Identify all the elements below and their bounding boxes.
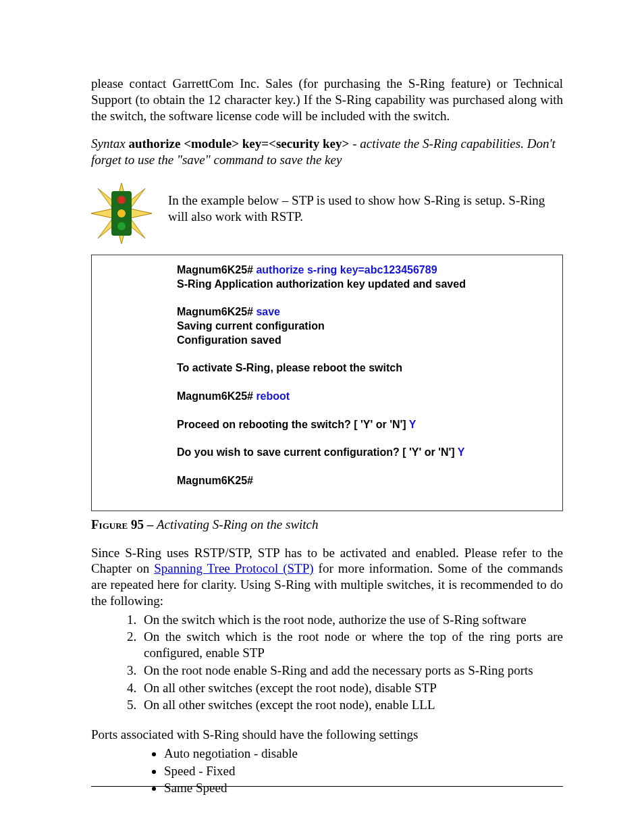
term-cmd-authorize: authorize s-ring key=abc123456789 xyxy=(256,264,437,276)
example-row: In the example below – STP is used to sh… xyxy=(91,183,563,244)
settings-list: Auto negotiation - disable Speed - Fixed… xyxy=(91,746,563,796)
document-page: please contact GarrettCom Inc. Sales (fo… xyxy=(0,0,644,834)
syntax-label: Syntax xyxy=(91,136,128,151)
figure-label: Figure 95 – xyxy=(91,517,157,531)
term-prompt: Magnum6K25# xyxy=(177,390,256,402)
terminal-output: Magnum6K25# authorize s-ring key=abc1234… xyxy=(91,255,563,511)
example-note: In the example below – STP is used to sh… xyxy=(168,183,563,225)
term-prompt-question: Proceed on rebooting the switch? [ 'Y' o… xyxy=(177,419,409,430)
term-response: Saving current configuration xyxy=(177,319,549,334)
term-prompt: Magnum6K25# xyxy=(177,306,256,317)
step-item: On all other switches (except the root n… xyxy=(140,697,563,713)
syntax-line: Syntax authorize <module> key=<security … xyxy=(91,136,563,168)
settings-intro: Ports associated with S-Ring should have… xyxy=(91,727,563,743)
steps-list: On the switch which is the root node, au… xyxy=(91,612,563,714)
step-item: On the switch which is the root node or … xyxy=(140,629,563,661)
term-input-y: Y xyxy=(458,446,465,458)
term-cmd-save: save xyxy=(256,306,280,317)
settings-item: Speed - Fixed xyxy=(164,763,563,779)
traffic-light-icon xyxy=(91,183,152,244)
intro-paragraph: please contact GarrettCom Inc. Sales (fo… xyxy=(91,76,563,124)
settings-item: Same Speed xyxy=(164,780,563,796)
after-figure-paragraph: Since S-Ring uses RSTP/STP, STP has to b… xyxy=(91,545,563,609)
term-prompt-question: Do you wish to save current configuratio… xyxy=(177,446,458,458)
step-item: On the root node enable S-Ring and add t… xyxy=(140,662,563,679)
term-prompt: Magnum6K25# xyxy=(177,474,549,488)
term-cmd-reboot: reboot xyxy=(256,390,290,402)
term-input-y: Y xyxy=(409,419,417,430)
figure-text: Activating S-Ring on the switch xyxy=(157,517,319,531)
settings-item: Auto negotiation - disable xyxy=(164,746,563,762)
term-response: Configuration saved xyxy=(177,334,549,348)
syntax-command: authorize <module> key=<security key> xyxy=(128,136,349,151)
stp-link[interactable]: Spanning Tree Protocol (STP) xyxy=(154,561,313,575)
footer-rule xyxy=(91,786,563,787)
figure-caption: Figure 95 – Activating S-Ring on the swi… xyxy=(91,517,563,533)
term-prompt: Magnum6K25# xyxy=(177,264,256,276)
term-response: S-Ring Application authorization key upd… xyxy=(177,278,549,292)
step-item: On the switch which is the root node, au… xyxy=(140,612,563,628)
step-item: On all other switches (except the root n… xyxy=(140,680,563,696)
term-response: To activate S-Ring, please reboot the sw… xyxy=(177,361,549,375)
